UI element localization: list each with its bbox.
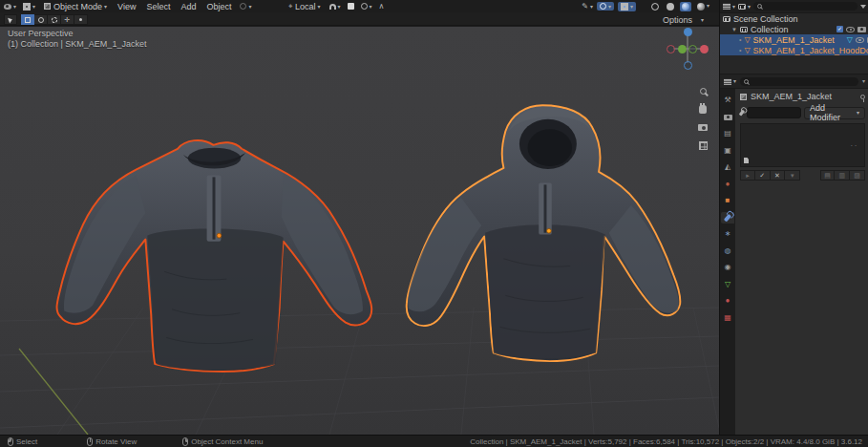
add-modifier-row: Add Modifier	[736, 104, 868, 121]
camera-view-icon[interactable]	[698, 124, 708, 131]
add-modifier-label: Add Modifier	[810, 103, 853, 122]
select-box-tool-button[interactable]	[21, 14, 34, 25]
snap-toggle-button[interactable]	[348, 3, 354, 10]
viewport-header: Object Mode View Select Add Object ⌖ Loc…	[0, 0, 719, 12]
tab-view-layer-icon[interactable]: ▣	[721, 145, 734, 157]
viewport-canvas[interactable]: User Perspective (1) Collection | SKM_AE…	[0, 27, 719, 435]
cursor-tool-button[interactable]: ✛	[61, 14, 74, 25]
list-option-button[interactable]: ▸	[740, 170, 755, 181]
menu-object[interactable]: Object	[204, 2, 233, 11]
disclosure-icon[interactable]: ▼	[731, 27, 737, 32]
snapping-dropdown[interactable]	[329, 4, 341, 10]
mode-dropdown[interactable]: Object Mode	[42, 2, 109, 11]
outliner-display-mode-dropdown[interactable]	[723, 3, 735, 10]
tab-world-icon[interactable]: ●	[721, 179, 734, 190]
blender-menu-icon[interactable]	[4, 4, 16, 10]
transform-orientation-dropdown[interactable]: ⌖ Local	[286, 2, 323, 11]
object-name: SKM_AEM_1_Jacket	[753, 35, 835, 45]
jacket-hood-up-model[interactable]	[404, 99, 686, 376]
apply-check-button[interactable]: ✓	[755, 170, 771, 181]
tab-tool-icon[interactable]: ⚒	[721, 95, 734, 106]
properties-editor-type-icon[interactable]	[724, 78, 736, 85]
show-gizmo-toggle[interactable]	[597, 2, 614, 11]
menu-view[interactable]: View	[116, 2, 138, 11]
properties-content: SKM_AEM_1_Jacket Add Modifier ∙∙ ▸ ✓ ✕ ▾	[736, 89, 868, 436]
outliner-row-object-2[interactable]: • ▽ SKM_AEM_1_Jacket_HoodDown	[720, 45, 868, 55]
tab-physics-icon[interactable]: ◍	[721, 245, 734, 257]
jacket-hood-down-model[interactable]	[53, 130, 374, 375]
extra-button-3[interactable]: ▨	[850, 170, 865, 181]
hint-select: Select	[8, 437, 37, 446]
editor-type-icon[interactable]	[23, 3, 35, 11]
navigation-gizmo[interactable]	[666, 27, 709, 71]
gizmo-neg-x-axis[interactable]	[667, 45, 675, 53]
outliner-filter-collection-icon[interactable]	[738, 4, 751, 10]
viewport-context-label: (1) Collection | SKM_AEM_1_Jacket	[8, 39, 146, 49]
zoom-icon[interactable]	[700, 88, 707, 95]
tool-settings-row: ✛ Options	[0, 12, 719, 26]
tab-output-icon[interactable]: ▤	[721, 128, 734, 139]
tab-scene-icon[interactable]: ◭	[721, 161, 734, 173]
shading-wireframe-button[interactable]	[649, 2, 661, 11]
select-lasso-tool-button[interactable]	[48, 14, 61, 25]
menu-add[interactable]: Add	[179, 2, 198, 11]
menu-select[interactable]: Select	[144, 2, 172, 11]
select-circle-tool-button[interactable]	[34, 14, 48, 25]
list-grip-icon: ∙∙	[851, 141, 858, 150]
show-overlays-toggle[interactable]	[618, 2, 636, 11]
middle-mouse-icon	[87, 437, 93, 446]
proportional-editing-dropdown[interactable]	[361, 3, 372, 10]
tab-object-data-icon[interactable]: ▽	[721, 279, 734, 290]
pin-icon[interactable]	[860, 95, 865, 99]
tab-texture-icon[interactable]: ▦	[721, 312, 734, 324]
gizmo-neg-y-axis[interactable]	[688, 45, 697, 53]
hide-eye-icon[interactable]	[856, 37, 864, 43]
options-dropdown[interactable]: Options	[663, 13, 704, 26]
tab-render-icon[interactable]	[721, 112, 734, 123]
tab-object-icon[interactable]: ■	[721, 195, 734, 206]
outliner-row-object-1[interactable]: • ▽ SKM_AEM_1_Jacket ▽	[720, 34, 868, 45]
shading-rendered-button[interactable]	[695, 2, 711, 11]
shading-solid-button[interactable]	[665, 2, 676, 11]
properties-options-caret[interactable]: ▾	[862, 78, 865, 84]
tab-material-icon[interactable]: ●	[721, 295, 734, 307]
pan-icon[interactable]	[699, 105, 707, 114]
axis-icon: ⌖	[288, 3, 293, 11]
gizmo-y-axis[interactable]	[678, 45, 687, 53]
extra-button-1[interactable]: ▤	[820, 170, 836, 181]
collection-checkbox[interactable]: ✓	[836, 26, 843, 32]
search-icon	[757, 4, 762, 9]
filter-icon[interactable]	[860, 5, 866, 9]
breadcrumb-object-name: SKM_AEM_1_Jacket	[751, 92, 832, 101]
outliner-row-collection[interactable]: ▼ Collection ✓	[720, 24, 868, 34]
move-tool-button[interactable]	[74, 14, 88, 25]
render-visibility-icon[interactable]	[857, 27, 866, 32]
modifier-list-box[interactable]: ∙∙	[740, 123, 865, 167]
hide-eye-icon[interactable]	[846, 27, 855, 32]
falloff-icon[interactable]: ∧	[379, 3, 385, 11]
properties-panel: ▾ ⚒ ▤ ▣ ◭ ● ■ ∗ ◍ ◉ ▽ ● ▦	[720, 74, 868, 435]
remove-x-button[interactable]: ✕	[771, 170, 786, 181]
tab-particles-icon[interactable]: ∗	[721, 228, 734, 240]
add-modifier-button[interactable]: Add Modifier	[804, 107, 865, 119]
outliner-search-input[interactable]	[753, 2, 857, 11]
tool-settings-icon[interactable]	[240, 3, 251, 10]
gizmo-x-axis[interactable]	[700, 45, 709, 53]
proportional-editing-icon	[361, 3, 368, 10]
properties-tab-column: ⚒ ▤ ▣ ◭ ● ■ ∗ ◍ ◉ ▽ ● ▦	[720, 89, 735, 436]
object-name: SKM_AEM_1_Jacket_HoodDown	[753, 46, 868, 55]
properties-search-input[interactable]	[740, 77, 858, 86]
tweak-tool-button[interactable]	[4, 14, 17, 25]
item-icon	[744, 158, 749, 163]
gizmo-neg-z-axis[interactable]	[684, 61, 692, 70]
list-dropdown-button[interactable]: ▾	[785, 170, 800, 181]
modifier-search-field[interactable]	[747, 107, 802, 118]
outliner-row-scene-collection[interactable]: Scene Collection	[720, 13, 868, 24]
object-visibility-dropdown[interactable]: ✎	[582, 3, 593, 11]
gizmo-z-axis[interactable]	[684, 28, 692, 36]
toggle-ortho-icon[interactable]	[699, 141, 708, 150]
shading-material-preview-button[interactable]	[680, 2, 691, 11]
tab-constraints-icon[interactable]: ◉	[721, 262, 734, 273]
tab-modifiers-icon[interactable]	[721, 212, 734, 224]
extra-button-2[interactable]: ▥	[835, 170, 850, 181]
